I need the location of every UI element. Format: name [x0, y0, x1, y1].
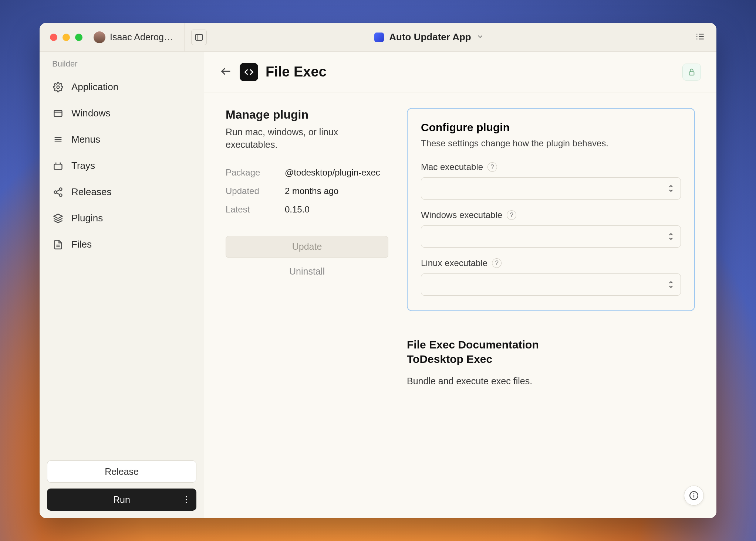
plugin-icon — [240, 63, 258, 81]
svg-point-22 — [186, 496, 187, 497]
page-header: File Exec — [204, 52, 716, 92]
lock-button[interactable] — [682, 64, 701, 81]
sidebar-item-windows[interactable]: Windows — [46, 101, 197, 126]
help-icon[interactable]: ? — [492, 258, 502, 268]
zoom-window-button[interactable] — [75, 34, 82, 41]
sidebar-item-label: Trays — [71, 160, 95, 171]
select-arrows-icon — [668, 232, 674, 241]
lock-icon — [688, 68, 696, 76]
mac-executable-select[interactable] — [421, 177, 681, 200]
sidebar-item-trays[interactable]: Trays — [46, 153, 197, 178]
run-button-label: Run — [113, 494, 130, 505]
svg-point-5 — [57, 86, 60, 88]
main-pane: File Exec Manage plugin Run mac, windows… — [204, 52, 716, 518]
window-icon — [53, 108, 63, 119]
sidebar-section-label: Builder — [40, 52, 204, 72]
field-label: Linux executable — [421, 258, 487, 268]
gear-icon — [53, 82, 63, 92]
divider — [226, 226, 388, 226]
info-icon — [689, 491, 699, 500]
meta-key-latest: Latest — [226, 204, 277, 215]
update-button[interactable]: Update — [226, 236, 388, 258]
code-icon — [244, 67, 254, 77]
user-name: Isaac Aderog… — [110, 32, 173, 42]
svg-point-16 — [60, 194, 62, 196]
svg-rect-6 — [54, 110, 62, 116]
manage-heading: Manage plugin — [226, 108, 388, 122]
sidebar-item-files[interactable]: Files — [46, 232, 197, 257]
chevron-down-icon — [476, 31, 484, 43]
arrow-left-icon — [220, 65, 232, 78]
sidebar-item-releases[interactable]: Releases — [46, 180, 197, 204]
main-content: Manage plugin Run mac, windows, or linux… — [204, 92, 716, 518]
list-view-button[interactable] — [696, 32, 705, 43]
titlebar: Isaac Aderog… Auto Updater App — [40, 23, 716, 52]
meta-val-latest: 0.15.0 — [285, 204, 388, 215]
sidebar: Builder Application Windows Menus Trays — [40, 52, 204, 518]
plugin-meta: Package @todesktop/plugin-exec Updated 2… — [226, 164, 388, 215]
update-button-label: Update — [292, 241, 322, 252]
svg-point-29 — [693, 493, 695, 494]
help-icon[interactable]: ? — [507, 210, 516, 220]
svg-point-24 — [186, 502, 187, 503]
close-window-button[interactable] — [50, 34, 57, 41]
account-chip[interactable]: Isaac Aderog… — [94, 31, 173, 43]
configure-desc: These settings change how the plugin beh… — [421, 137, 681, 149]
field-label: Windows executable — [421, 210, 502, 220]
manage-subheading: Run mac, windows, or linux executables. — [226, 126, 388, 151]
sidebar-item-application[interactable]: Application — [46, 75, 197, 99]
sidebar-item-label: Application — [71, 81, 118, 93]
meta-key-package: Package — [226, 167, 277, 178]
windows-executable-select[interactable] — [421, 225, 681, 248]
linux-executable-select[interactable] — [421, 273, 681, 296]
field-windows-executable: Windows executable ? — [421, 210, 681, 248]
sidebar-item-label: Windows — [71, 108, 110, 119]
svg-point-23 — [186, 499, 187, 500]
menu-icon — [53, 135, 63, 145]
meta-val-package: @todesktop/plugin-exec — [285, 167, 388, 178]
file-icon — [53, 239, 63, 250]
svg-rect-26 — [689, 72, 694, 75]
select-arrows-icon — [668, 184, 674, 193]
doc-title-line2: ToDesktop Exec — [407, 352, 695, 366]
kebab-icon — [185, 496, 188, 504]
configure-heading: Configure plugin — [421, 121, 681, 134]
sidebar-item-label: Releases — [71, 186, 111, 198]
project-switcher[interactable]: Auto Updater App — [374, 31, 483, 43]
svg-line-18 — [57, 193, 60, 194]
tray-icon — [53, 161, 63, 171]
doc-sub: Bundle and execute exec files. — [407, 376, 695, 387]
info-button[interactable] — [684, 486, 704, 506]
page-title: File Exec — [266, 64, 327, 80]
uninstall-button-label: Uninstall — [289, 266, 325, 276]
manage-plugin-section: Manage plugin Run mac, windows, or linux… — [226, 108, 388, 285]
doc-title-line1: File Exec Documentation — [407, 337, 695, 352]
uninstall-button[interactable]: Uninstall — [226, 258, 388, 285]
help-icon[interactable]: ? — [487, 162, 497, 172]
run-button[interactable]: Run — [47, 489, 196, 511]
minimize-window-button[interactable] — [63, 34, 70, 41]
app-window: Isaac Aderog… Auto Updater App Builder A… — [40, 23, 716, 518]
sidebar-item-plugins[interactable]: Plugins — [46, 206, 197, 231]
project-name: Auto Updater App — [389, 31, 471, 43]
titlebar-divider — [184, 23, 185, 52]
field-linux-executable: Linux executable ? — [421, 258, 681, 296]
list-icon — [696, 32, 705, 41]
sidebar-item-label: Menus — [71, 134, 100, 145]
svg-rect-0 — [196, 34, 202, 40]
avatar — [94, 31, 105, 43]
share-icon — [53, 187, 63, 197]
sidebar-nav: Application Windows Menus Trays Releases — [40, 72, 204, 259]
svg-line-17 — [57, 190, 60, 191]
back-button[interactable] — [220, 65, 232, 79]
field-label: Mac executable — [421, 162, 483, 172]
sidebar-item-label: Files — [71, 239, 92, 250]
sidebar-item-menus[interactable]: Menus — [46, 127, 197, 152]
sidebar-item-label: Plugins — [71, 212, 103, 224]
run-button-more[interactable] — [176, 489, 196, 511]
svg-marker-19 — [54, 214, 62, 218]
sidebar-toggle-button[interactable] — [191, 30, 207, 45]
svg-rect-11 — [54, 164, 62, 169]
field-mac-executable: Mac executable ? — [421, 162, 681, 200]
release-button[interactable]: Release — [47, 460, 196, 483]
